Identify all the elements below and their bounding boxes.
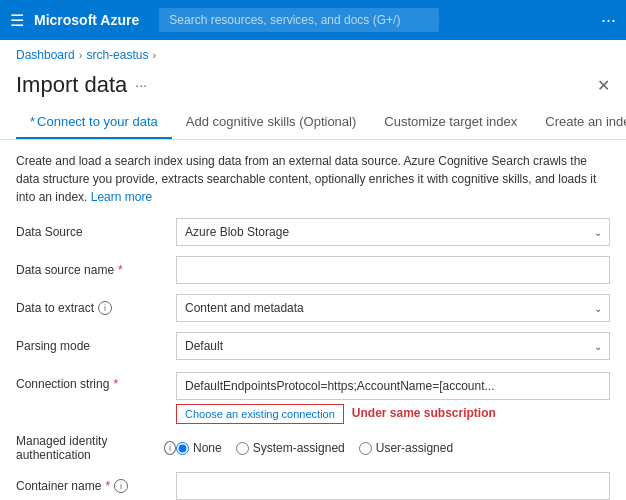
managed-identity-info-icon[interactable]: i [164, 441, 176, 455]
parsing-mode-select-wrapper: Default Text JSON JSON array Delimited t… [176, 332, 610, 360]
data-source-control: Azure Blob Storage Azure SQL Database Az… [176, 218, 610, 246]
container-name-row: Container name * i [16, 472, 610, 500]
radio-none[interactable]: None [176, 441, 222, 455]
data-to-extract-select[interactable]: Content and metadata Storage metadata on… [176, 294, 610, 322]
data-source-row: Data Source Azure Blob Storage Azure SQL… [16, 218, 610, 246]
container-name-control [176, 472, 610, 500]
managed-identity-radio-group: None System-assigned User-assigned [176, 441, 610, 455]
required-star-container: * [105, 479, 110, 493]
nav-search-input[interactable] [159, 8, 439, 32]
parsing-mode-select[interactable]: Default Text JSON JSON array Delimited t… [176, 332, 610, 360]
tab-bar: *Connect to your data Add cognitive skil… [0, 106, 626, 140]
data-source-name-row: Data source name * [16, 256, 610, 284]
tab-index[interactable]: Customize target index [370, 106, 531, 139]
managed-identity-row: Managed identity authentication i None S… [16, 434, 610, 462]
parsing-mode-label: Parsing mode [16, 339, 176, 353]
container-name-label: Container name * i [16, 479, 176, 493]
parsing-mode-row: Parsing mode Default Text JSON JSON arra… [16, 332, 610, 360]
container-name-input[interactable] [176, 472, 610, 500]
close-icon[interactable]: ✕ [597, 76, 610, 95]
container-name-info-icon[interactable]: i [114, 479, 128, 493]
tab-indexer[interactable]: Create an indexer [531, 106, 626, 139]
required-star-name: * [118, 263, 123, 277]
data-source-label: Data Source [16, 225, 176, 239]
learn-more-link[interactable]: Learn more [91, 190, 152, 204]
breadcrumb-srch[interactable]: srch-eastus [86, 48, 148, 62]
breadcrumb-dashboard[interactable]: Dashboard [16, 48, 75, 62]
nav-logo: Microsoft Azure [34, 12, 139, 28]
tab-cognitive[interactable]: Add cognitive skills (Optional) [172, 106, 371, 139]
connection-string-control: Choose an existing connection Under same… [176, 372, 610, 424]
page-header: Import data ··· ✕ [0, 70, 626, 106]
breadcrumb: Dashboard › srch-eastus › [0, 40, 626, 70]
under-subscription-label: Under same subscription [352, 406, 496, 420]
choose-existing-connection-button[interactable]: Choose an existing connection [176, 404, 344, 424]
description-text: Create and load a search index using dat… [0, 140, 626, 214]
data-to-extract-select-wrapper: Content and metadata Storage metadata on… [176, 294, 610, 322]
page-options-icon[interactable]: ··· [135, 77, 147, 93]
required-star-conn: * [113, 377, 118, 391]
radio-user-assigned[interactable]: User-assigned [359, 441, 453, 455]
page-title: Import data [16, 72, 127, 98]
tab-dot: * [30, 114, 35, 129]
connection-string-label: Connection string * [16, 372, 176, 391]
data-source-name-label: Data source name * [16, 263, 176, 277]
data-to-extract-label: Data to extract i [16, 301, 176, 315]
tab-connect[interactable]: *Connect to your data [16, 106, 172, 139]
nav-bar: ☰ Microsoft Azure ··· [0, 0, 626, 40]
breadcrumb-sep-2: › [152, 49, 156, 61]
data-to-extract-row: Data to extract i Content and metadata S… [16, 294, 610, 322]
data-to-extract-info-icon[interactable]: i [98, 301, 112, 315]
radio-system-assigned[interactable]: System-assigned [236, 441, 345, 455]
managed-identity-label: Managed identity authentication i [16, 434, 176, 462]
nav-more-icon[interactable]: ··· [601, 10, 616, 31]
data-source-name-control [176, 256, 610, 284]
parsing-mode-control: Default Text JSON JSON array Delimited t… [176, 332, 610, 360]
data-source-select[interactable]: Azure Blob Storage Azure SQL Database Az… [176, 218, 610, 246]
managed-identity-control: None System-assigned User-assigned [176, 441, 610, 455]
data-source-name-input[interactable] [176, 256, 610, 284]
connection-string-input[interactable] [176, 372, 610, 400]
hamburger-icon[interactable]: ☰ [10, 11, 24, 30]
connection-string-row: Connection string * Choose an existing c… [16, 370, 610, 424]
data-source-select-wrapper: Azure Blob Storage Azure SQL Database Az… [176, 218, 610, 246]
breadcrumb-sep-1: › [79, 49, 83, 61]
data-to-extract-control: Content and metadata Storage metadata on… [176, 294, 610, 322]
form-area: Data Source Azure Blob Storage Azure SQL… [0, 214, 626, 500]
